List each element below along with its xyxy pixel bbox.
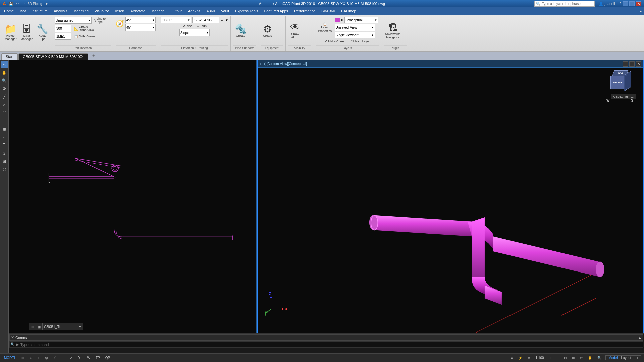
status-isolate-objects[interactable]: ◈ <box>526 356 532 360</box>
status-ducs[interactable]: ⊿ <box>68 356 74 360</box>
workspace-dropdown-icon[interactable]: ▼ <box>45 2 48 6</box>
route-pipe-button[interactable]: 🔧 RoutePipe <box>35 24 50 41</box>
command-close-btn[interactable]: ✕ <box>11 335 14 340</box>
layer-properties-button[interactable]: 📋 LayerProperties <box>317 22 333 33</box>
data-manager-button[interactable]: 🗄 DataManager <box>19 24 34 41</box>
menu-vault[interactable]: Vault <box>218 8 232 14</box>
status-dyn[interactable]: D <box>76 356 82 360</box>
status-plus[interactable]: + <box>548 356 553 360</box>
menu-a360[interactable]: A360 <box>204 8 218 14</box>
line-to-pipe-button[interactable]: ⤵ Line toPipe <box>93 17 107 24</box>
menu-home[interactable]: Home <box>1 8 16 14</box>
menu-insert[interactable]: Insert <box>113 8 127 14</box>
quick-access-save[interactable]: 💾 <box>9 2 13 6</box>
close-button[interactable]: ✕ <box>636 1 641 6</box>
run-button[interactable]: → Run <box>195 24 208 28</box>
status-annotation-scale[interactable]: ⊞ <box>501 356 507 360</box>
status-osnap[interactable]: ∠ <box>52 356 58 360</box>
tool-line[interactable]: ╱ <box>1 93 8 101</box>
status-otrack[interactable]: ⊡ <box>60 356 66 360</box>
coord-up-icon[interactable]: ▲ <box>220 18 224 22</box>
status-grid[interactable]: ⊞ <box>20 356 25 360</box>
size-input[interactable] <box>55 25 71 32</box>
menu-express-tools[interactable]: Express Tools <box>232 8 261 14</box>
quick-access-redo[interactable]: ↪ <box>22 2 25 6</box>
angle2-dropdown[interactable]: 45° ▼ <box>125 24 156 31</box>
status-ortho[interactable]: ⟂ <box>36 356 41 360</box>
command-expand-icon[interactable]: ▲ <box>638 336 642 340</box>
help-icon[interactable]: ? <box>619 2 621 6</box>
status-viewport-config[interactable]: ⊞ <box>571 356 576 360</box>
quick-access-undo[interactable]: ↩ <box>16 2 19 6</box>
tool-orbit[interactable]: ⟳ <box>1 85 8 93</box>
rise-button[interactable]: ↗ Rise <box>181 24 194 28</box>
cop-dropdown[interactable]: ⦾ COP ▼ <box>161 17 191 23</box>
project-manager-button[interactable]: 📁 ProjectManager <box>3 24 18 41</box>
slope-dropdown[interactable]: Slope ▼ <box>179 29 210 36</box>
tab-start[interactable]: Start <box>1 53 18 60</box>
show-all-button[interactable]: 👁 ShowAll <box>288 22 302 40</box>
coord-down-icon[interactable]: ▼ <box>225 18 228 22</box>
tool-select[interactable]: ↖ <box>1 61 8 68</box>
menu-annotate[interactable]: Annotate <box>128 8 148 14</box>
ortho-views-button[interactable]: 📋 Ortho Views <box>73 34 97 39</box>
status-qp[interactable]: QP <box>104 356 111 360</box>
status-model[interactable]: MODEL <box>3 356 17 360</box>
match-layer-button[interactable]: ≡ Match Layer <box>349 39 371 43</box>
tool-pan[interactable]: ✋ <box>1 69 8 76</box>
viewport-close-btn[interactable]: ✕ <box>636 61 641 67</box>
layer-icon-1[interactable]: ⊞ <box>29 323 36 330</box>
status-pan-realtime[interactable]: ✋ <box>587 356 593 360</box>
angle1-dropdown[interactable]: 45° ▼ <box>125 17 156 23</box>
search-bar[interactable]: 🔍 <box>534 1 595 7</box>
status-lw[interactable]: LW <box>84 356 92 360</box>
viewport-minimize-btn[interactable]: ─ <box>623 61 628 67</box>
viewport-right[interactable]: + +][Custom View][Conceptual] ─ □ ✕ <box>257 60 644 333</box>
tab-add-layout[interactable]: + <box>635 356 640 360</box>
create-equipment-button[interactable]: ⚙ Create <box>261 24 274 38</box>
make-current-button[interactable]: ✓ Make Current <box>323 39 348 43</box>
status-hardware-accel[interactable]: ⚡ <box>517 356 524 360</box>
tool-zoom[interactable]: 🔍 <box>1 77 8 84</box>
status-clipping[interactable]: ✂ <box>579 356 584 360</box>
viewport-dropdown[interactable]: Single viewport ▼ <box>335 32 375 38</box>
add-tab-button[interactable]: ＋ <box>89 52 99 60</box>
minimize-button[interactable]: ─ <box>623 1 628 6</box>
tool-hatch[interactable]: ▦ <box>1 125 8 133</box>
tab-layout1[interactable]: Layout1 <box>620 356 635 360</box>
menu-structure[interactable]: Structure <box>30 8 51 14</box>
tool-text[interactable]: T <box>1 141 8 149</box>
unsaved-view-dropdown[interactable]: Unsaved View ▼ <box>335 24 375 31</box>
layer-dropdown[interactable]: CB051_Tunnel <box>43 325 83 329</box>
tool-3d[interactable]: ⬡ <box>1 166 8 173</box>
create-pipe-support-button[interactable]: 🔩 Create <box>233 24 248 38</box>
tab-current-drawing[interactable]: CB005-SRW-XX-B10-M3-M-508100* <box>18 53 88 60</box>
status-tp[interactable]: TP <box>94 356 101 360</box>
search-input[interactable] <box>542 2 592 6</box>
command-input-field[interactable] <box>20 343 642 347</box>
tab-model[interactable]: Model <box>607 356 619 360</box>
tool-arc[interactable]: ⌒ <box>1 109 8 117</box>
status-minus[interactable]: − <box>555 356 560 360</box>
menu-performance[interactable]: Performance <box>291 8 318 14</box>
status-zoom-extent[interactable]: ⊠ <box>562 356 568 360</box>
menu-addins[interactable]: Add-ins <box>185 8 203 14</box>
visual-style-dropdown[interactable]: Conceptual ▼ <box>344 17 378 23</box>
create-ortho-view-button[interactable]: 📐 CreateOrtho View <box>73 25 95 32</box>
ribbon-minimize-icon[interactable]: ▲ <box>639 9 643 13</box>
navisworks-button[interactable]: 🏗 NavisworksNavigator <box>384 22 402 40</box>
menu-output[interactable]: Output <box>168 8 184 14</box>
tool-circle[interactable]: ○ <box>1 101 8 109</box>
tool-dimension[interactable]: ↔ <box>1 133 8 141</box>
tool-rect[interactable]: □ <box>1 117 8 125</box>
unassigned-dropdown[interactable]: Unassigned ▼ <box>55 17 92 24</box>
status-polar[interactable]: ◎ <box>44 356 49 360</box>
status-zoom-realtime[interactable]: 🔍 <box>596 356 603 360</box>
menu-cadmep[interactable]: CADmep <box>338 8 359 14</box>
status-snap[interactable]: ⊕ <box>28 356 34 360</box>
status-workspace-switch[interactable]: ≡ <box>509 356 514 360</box>
viewport-restore-btn[interactable]: □ <box>629 61 635 67</box>
layer-icon-2[interactable]: ▣ <box>36 323 43 330</box>
restore-button[interactable]: □ <box>629 1 635 6</box>
viewport-left[interactable]: ⊞ ▣ CB051_Tunnel <box>9 60 257 333</box>
